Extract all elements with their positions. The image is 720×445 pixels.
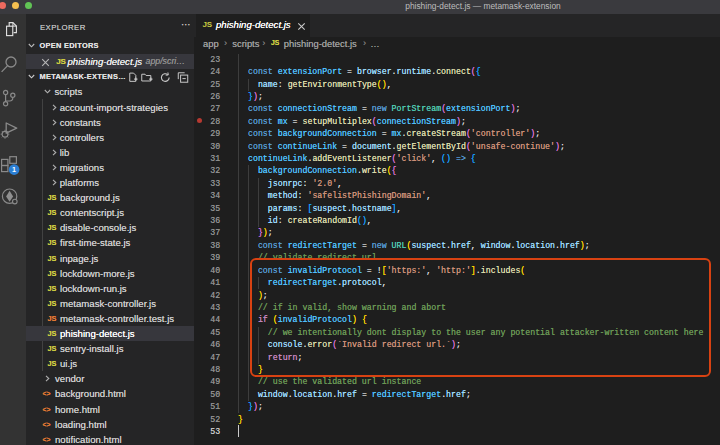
svg-text:1: 1 bbox=[12, 165, 16, 174]
